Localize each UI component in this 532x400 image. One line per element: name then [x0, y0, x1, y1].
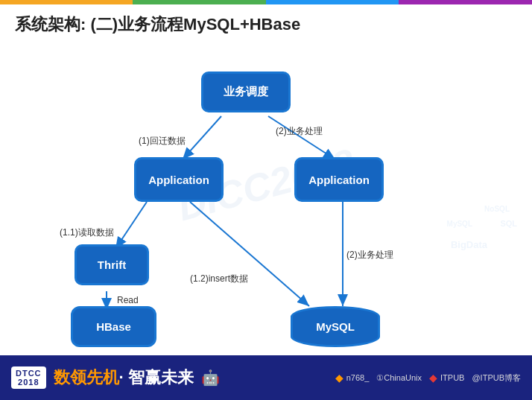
brand-itpub: ◆ ITPUB: [429, 372, 464, 384]
svg-line-1: [183, 116, 221, 159]
label-11-read: (1.1)读取数据: [60, 226, 114, 239]
app-right-box: Application: [294, 157, 384, 202]
footer-slogan-area: 数领先机· 智赢未来 🤖: [54, 366, 220, 389]
svg-line-2: [268, 116, 335, 159]
app-right-label: Application: [308, 174, 370, 186]
label-2-business: (2)业务处理: [346, 249, 393, 261]
footer-logo-bottom: 2018: [18, 378, 39, 387]
bg-bigdata: BigData: [451, 239, 487, 250]
app-left-label: Application: [148, 174, 209, 186]
footer-logo-top: DTCC: [16, 369, 42, 378]
footer: DTCC 2018 数领先机· 智赢未来 🤖 ◆ n768_ ①ChinaUni…: [0, 355, 532, 400]
bg-mysql: MySQL: [447, 220, 472, 228]
brand-weibo: @ITPUB博客: [472, 372, 521, 384]
scheduler-label: 业务调度: [224, 85, 268, 99]
footer-brands: ◆ n768_ ①ChinaUnix ◆ ITPUB @ITPUB博客: [335, 372, 521, 384]
mysql-box: MySQL: [291, 306, 380, 347]
brand-n768-label: n768_: [346, 373, 370, 382]
hbase-box: HBase: [71, 306, 156, 347]
mysql-label: MySQL: [316, 320, 355, 333]
brand-n768-icon: ◆: [335, 372, 343, 384]
svg-line-3: [115, 202, 147, 249]
footer-slogan1: 数领先机·: [54, 366, 124, 389]
label-12-insert: (1.2)insert数据: [190, 273, 248, 285]
brand-itpub-label: ITPUB: [440, 373, 464, 382]
slide-title: 系统架构: (二)业务流程MySQL+HBase: [0, 4, 532, 42]
hbase-label: HBase: [96, 320, 131, 333]
brand-chinaunix-label: ①ChinaUnix: [376, 373, 422, 383]
svg-line-4: [190, 202, 309, 306]
thrift-label: Thrift: [98, 258, 126, 271]
brand-itpub-icon: ◆: [429, 372, 437, 384]
brand-weibo-label: @ITPUB博客: [472, 372, 521, 384]
bg-sql: SQL: [500, 219, 517, 228]
brand-n768: ◆ n768_: [335, 372, 370, 384]
thrift-box: Thrift: [75, 244, 149, 285]
footer-slogan2: 智赢未来: [128, 366, 194, 389]
label-2-process: (2)业务处理: [276, 125, 323, 138]
footer-emoji: 🤖: [201, 369, 220, 387]
bg-nosql: NoSQL: [484, 205, 510, 213]
label-read: Read: [117, 295, 139, 305]
app-left-box: Application: [134, 157, 224, 202]
diagram-area: DICC2018 BigData SQL MySQL NoSQL 业务调度 Ap…: [0, 42, 532, 332]
brand-chinaunix: ①ChinaUnix: [376, 373, 422, 383]
label-1-migrate: (1)回迁数据: [139, 135, 186, 147]
footer-logo: DTCC 2018: [11, 366, 46, 389]
scheduler-box: 业务调度: [201, 72, 291, 112]
